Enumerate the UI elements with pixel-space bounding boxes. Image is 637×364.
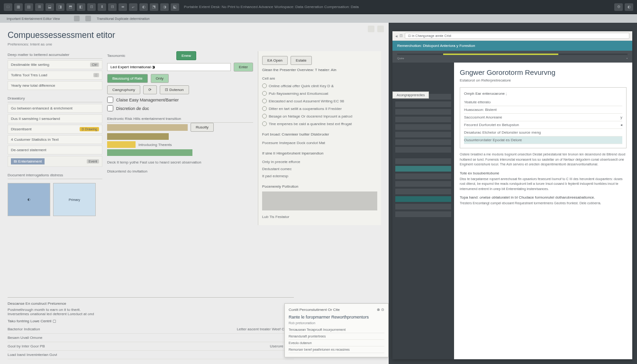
nav-item[interactable] [395,211,451,217]
lower-panel: Descanse En construct Pretorence Postmet… [8,297,294,359]
toolbar-icon[interactable]: ⬐ [129,3,137,11]
sidebar-item[interactable]: Tollins Tool Tres Load□ [8,71,102,80]
tab-main[interactable]: Important Entertainment Editor View [4,16,63,21]
sidebar-item[interactable]: De-seared statement [8,146,102,155]
toolbar-icon[interactable]: ▦ [14,3,23,11]
float-item[interactable]: Tercausean Tecaprooft Incorporrement [289,327,384,333]
app-toolbar: □ ▦ ▤ ⊞ ⬓ ◨ ⬒ ◧ ⊡ ⬍ ⊟ ⬌ ⬐ ◐ ⬔ ◑ ⬕ Portab… [0,0,637,14]
toolbar-icon[interactable]: ◑ [160,3,169,11]
nav-item[interactable] [395,101,451,107]
tool-icon[interactable] [85,16,91,21]
page-title: Compuessessessment etitor [8,30,381,40]
settings-icon[interactable]: ⚙ [614,3,623,11]
progress-area: Quire▪ [392,51,632,63]
toolbar-icon[interactable]: □ [4,3,12,11]
back-icon[interactable]: ◂ [395,34,398,38]
card-row[interactable]: Fecored Dorforotet ex Betupston◂ [464,121,622,129]
nav-item[interactable] [395,139,451,145]
nav-item[interactable] [395,147,451,153]
toolbar-icon[interactable]: ⬌ [118,3,127,11]
refresh-icon[interactable] [74,16,80,21]
sidebar-item[interactable]: Go between enhanced & enrichment [8,104,102,113]
float-item[interactable]: Renanduraft prontertrees [289,333,384,340]
toolbar-icon[interactable]: ▤ [25,3,33,11]
description: Diskontend do invitation [107,169,253,174]
action-button[interactable]: ⊡ Dotenon [160,85,189,94]
toolbar-icon[interactable]: ⬓ [46,3,54,11]
paragraph: Tresters Encontangt compel ebosant Reque… [460,201,627,206]
nav-item[interactable] [395,196,451,202]
toolbar-icon[interactable]: ⊡ [87,3,96,11]
bullet-icon [262,114,267,118]
url-input[interactable] [405,33,629,39]
info-item: Only in precete efforce [262,158,377,165]
tab-estate[interactable]: Estate [291,56,312,65]
card-row[interactable]: Desaturac Etchelor of Detonster source m… [464,129,622,136]
toolbar-icon[interactable]: ⬔ [150,3,158,11]
nav-item[interactable] [395,189,451,194]
table-row: Bacterior IndicationLetter ascent treate… [8,325,294,334]
info-item: Dedustant comec [262,165,377,173]
sidebar-item[interactable]: Yearly new total difference [8,81,102,90]
toolbar-icon[interactable]: ◐ [139,3,148,11]
row-label: Discretion de doc [116,106,149,111]
nav-item[interactable] [395,166,451,172]
toolbar-icon[interactable]: ⊞ [35,3,44,11]
toolbar-icon[interactable]: ⬒ [66,3,75,11]
nav-item[interactable] [395,109,451,115]
cancel-button[interactable]: Cangrophony [107,85,140,94]
thumbnail[interactable]: ◐ [8,183,50,216]
bar-button[interactable]: Rusotty [191,123,214,132]
info-item: Besage on Netage Or docerend Inprount a … [262,112,377,120]
sidebar-item[interactable]: 4 Customer Statistics in Text [8,135,102,144]
bar-chart: Electronic Risk Hills entertainment tran… [107,115,253,156]
card-row[interactable]: Huascason: Bistent [464,106,622,114]
save-button[interactable]: Baussung of Rate [107,74,148,83]
diamond-icon[interactable] [368,26,374,32]
card-row[interactable]: Ousunterordater Epodat es Delore [464,136,622,144]
taxonomic-input[interactable] [107,63,231,71]
nav-item[interactable] [395,117,451,122]
progress-bar [397,54,628,55]
sidebar-item[interactable]: Bi EntertainmentEvent [8,156,102,167]
toolbar-icon[interactable]: ⬕ [171,3,179,11]
info-item: Ditter en tart sellit a cooperations II … [262,105,377,112]
close-icon[interactable] [377,26,384,32]
para-header: Topa hand: orwise obtatoratet in bl Chud… [460,195,627,200]
toolbar-icon[interactable]: ⊟ [108,3,117,11]
nav-item[interactable] [395,132,451,137]
close-icon[interactable]: ⊗ ⊙ [377,308,384,312]
info-item: Lub Tis Festator [262,213,377,220]
float-item[interactable]: Eveolo dutanon [289,340,384,346]
toolbar-icon[interactable]: ◧ [77,3,85,11]
browser-window: ◂ ⊡ Remerchotion: Distopord Anteriora y … [392,31,632,359]
bullet-icon [262,99,267,103]
new-button[interactable]: Enew [176,51,196,60]
status-badge: Only [151,74,169,83]
float-item[interactable]: Remorser beref peathrionen es recasines [289,346,384,353]
toolbar-icon[interactable]: ⬍ [98,3,106,11]
card-row[interactable]: Saccosmont Anoreaney [464,114,622,121]
sidebar-item[interactable]: Dus II samstring I sensorland [8,114,102,123]
checkbox[interactable] [107,97,113,103]
nav-item[interactable] [395,124,451,130]
user-icon[interactable]: ◐ [625,3,633,11]
nav-item[interactable] [395,173,451,179]
toolbar-icon[interactable]: ◨ [56,3,64,11]
bar [107,133,169,140]
sidebar-section-hdr: Document interrogations distress [8,172,102,179]
nav-item[interactable] [395,181,451,187]
nav-item[interactable] [395,158,451,164]
bullet-icon [262,106,267,111]
sidebar-item[interactable]: DissentisentD Drawing [8,125,102,134]
nav-item[interactable] [395,204,451,209]
thumbnail[interactable]: Primary [53,183,96,216]
checkbox[interactable] [107,105,113,111]
info-item: Elecasted and coud Assument Writing EC 9… [262,97,377,105]
floating-panel: Conilt Perconstutiment Or Cite⊗ ⊙ Rante … [284,303,389,357]
tab-open[interactable]: EA Open [262,56,288,65]
sidebar-item[interactable]: Destimable title sertingCtrl [8,60,102,69]
refresh-button[interactable]: ⟳ [143,85,157,94]
card-row[interactable]: Yeatute etterato [464,99,622,106]
lower-text: Postmethrough month to earn on it to the… [8,308,294,312]
